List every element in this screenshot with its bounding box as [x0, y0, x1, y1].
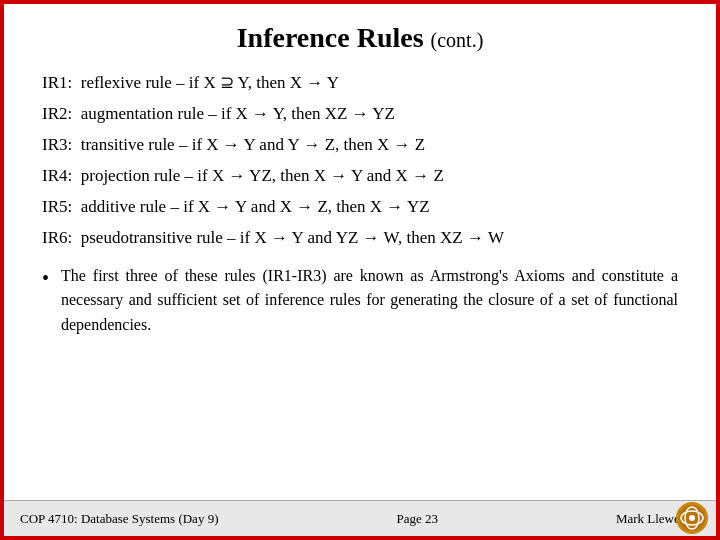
- slide: Inference Rules (cont.) IR1: reflexive r…: [0, 0, 720, 540]
- footer: COP 4710: Database Systems (Day 9) Page …: [4, 500, 716, 536]
- rule-ir3: IR3: transitive rule – if X → Y and Y → …: [42, 134, 678, 157]
- rule-ir5: IR5: additive rule – if X → Y and X → Z,…: [42, 196, 678, 219]
- slide-content: Inference Rules (cont.) IR1: reflexive r…: [4, 4, 716, 348]
- bullet-icon: •: [42, 264, 49, 292]
- footer-page: Page 23: [396, 511, 438, 527]
- rule-ir2: IR2: augmentation rule – if X → Y, then …: [42, 103, 678, 126]
- title-cont: (cont.): [431, 29, 484, 51]
- title-main: Inference Rules: [237, 22, 424, 53]
- rule-ir6: IR6: pseudotransitive rule – if X → Y an…: [42, 227, 678, 250]
- rule-ir1: IR1: reflexive rule – if X ⊇ Y, then X →…: [42, 72, 678, 95]
- bullet-text: The first three of these rules (IR1-IR3)…: [61, 264, 678, 338]
- bullet-section: • The first three of these rules (IR1-IR…: [42, 264, 678, 338]
- footer-logo: [676, 502, 708, 534]
- svg-point-3: [689, 515, 695, 521]
- slide-title: Inference Rules (cont.): [42, 22, 678, 54]
- footer-course: COP 4710: Database Systems (Day 9): [20, 511, 218, 527]
- rule-ir4: IR4: projection rule – if X → YZ, then X…: [42, 165, 678, 188]
